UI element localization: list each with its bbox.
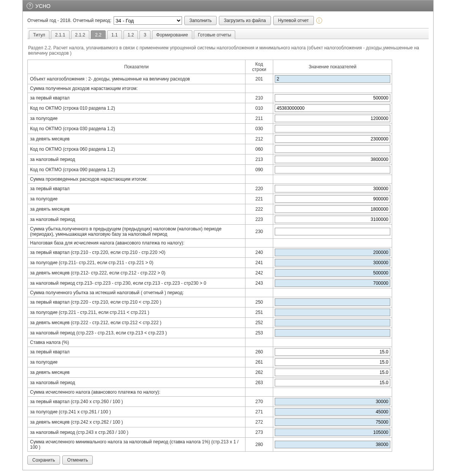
cancel-button[interactable]: Отменить — [62, 456, 93, 465]
fill-button[interactable]: Заполнить — [184, 16, 217, 25]
row-value-cell — [273, 347, 392, 357]
value-input-223[interactable] — [275, 216, 390, 223]
value-input-261[interactable] — [275, 358, 390, 366]
tab-2-1-2[interactable]: 2.1.2 — [71, 30, 90, 39]
value-input-241 — [275, 259, 390, 266]
value-input-060[interactable] — [275, 145, 390, 153]
row-code: 242 — [245, 268, 273, 278]
value-input-010[interactable] — [275, 104, 390, 112]
value-input-220[interactable] — [275, 185, 390, 192]
row-code: 271 — [245, 407, 273, 417]
table-row: за девять месяцев212 — [28, 134, 392, 144]
row-label: за девять месяцев (стр.242 x стр.262 / 1… — [28, 417, 245, 427]
table-row: за налоговый период стр.213- стр.223 - с… — [28, 278, 392, 288]
tab-2-2[interactable]: 2.2 — [91, 30, 106, 39]
table-row: за девять месяцев (стр.242 x стр.262 / 1… — [28, 417, 392, 427]
help-icon[interactable]: ? — [27, 3, 33, 9]
row-value-cell — [273, 74, 392, 84]
row-code: 280 — [245, 438, 273, 452]
value-input-240 — [275, 249, 390, 256]
table-row: за девять месяцев262 — [28, 367, 392, 378]
row-label: за налоговый период (стр.223 - стр.213, … — [28, 328, 245, 338]
row-label: за первый квартал — [28, 347, 245, 357]
table-row: за девять месяцев (стр.212- стр.222, есл… — [28, 268, 392, 278]
row-code: 270 — [245, 397, 273, 407]
app-title: УСНО — [35, 3, 51, 9]
row-value-cell — [273, 239, 392, 247]
table-row: Код по ОКТМО (строка 010 раздела 1.2)010 — [28, 103, 392, 113]
row-value-cell — [273, 367, 392, 378]
row-code: 211 — [245, 113, 273, 124]
row-value-cell — [273, 268, 392, 278]
value-input-260[interactable] — [275, 348, 390, 356]
row-value-cell — [273, 438, 392, 452]
row-code: 222 — [245, 204, 273, 214]
row-label: Сумма исчисленного налога (авансового пл… — [28, 388, 245, 397]
row-label: за полугодие (стр.241 x стр.261 / 100 ) — [28, 407, 245, 417]
tab-3[interactable]: 3 — [139, 30, 150, 39]
row-label: Код по ОКТМО (строка 090 раздела 1.2) — [28, 165, 245, 175]
row-code: 210 — [245, 93, 273, 103]
value-input-090[interactable] — [275, 166, 390, 173]
value-input-221[interactable] — [275, 195, 390, 203]
value-input-243 — [275, 279, 390, 287]
row-code: 240 — [245, 247, 273, 258]
row-value-cell — [273, 103, 392, 113]
row-label: Код по ОКТМО (строка 030 раздела 1.2) — [28, 124, 245, 134]
row-value-cell — [273, 93, 392, 103]
value-input-251 — [275, 309, 390, 316]
row-code: 223 — [245, 214, 273, 225]
tab-1-1[interactable]: 1.1 — [107, 30, 122, 39]
table-row: Код по ОКТМО (строка 090 раздела 1.2)090 — [28, 165, 392, 175]
row-code: 252 — [245, 318, 273, 328]
tab-strip: Титул2.1.12.1.22.21.11.23ФормированиеГот… — [27, 28, 429, 39]
value-input-211[interactable] — [275, 115, 390, 122]
row-label: за первый квартал — [28, 184, 245, 194]
value-input-212[interactable] — [275, 135, 390, 143]
load-file-button[interactable]: Загрузить из файла — [219, 16, 271, 25]
row-label: за полугодие — [28, 194, 245, 204]
table-row: Объект налогообложения : 2- доходы, умен… — [28, 74, 392, 84]
tab--[interactable]: Готовые отчеты — [194, 30, 236, 39]
value-input-030[interactable] — [275, 125, 390, 132]
row-value-cell — [273, 194, 392, 204]
table-row: Налоговая база для исчисления налога (ав… — [28, 239, 392, 247]
row-code: 260 — [245, 347, 273, 357]
table-row: Сумма убытка,полученного в предыдущем (п… — [28, 225, 392, 239]
value-input-222[interactable] — [275, 205, 390, 213]
row-code: 030 — [245, 124, 273, 134]
period-select[interactable]: 34 - Год — [114, 16, 182, 25]
data-table: Показатели Код строки Значение показател… — [27, 60, 392, 452]
value-input-230[interactable] — [275, 228, 390, 235]
table-row: за первый квартал210 — [28, 93, 392, 103]
save-button[interactable]: Сохранить — [27, 456, 60, 465]
row-code: 262 — [245, 367, 273, 378]
row-value-cell — [273, 124, 392, 134]
value-input-213[interactable] — [275, 156, 390, 163]
table-row: за налоговый период223 — [28, 214, 392, 225]
row-code: 272 — [245, 417, 273, 427]
value-input-262[interactable] — [275, 369, 390, 376]
row-code: 243 — [245, 278, 273, 288]
info-icon[interactable]: i — [316, 17, 322, 24]
tab-2-1-1[interactable]: 2.1.1 — [51, 30, 70, 39]
row-code: 273 — [245, 427, 273, 438]
table-row: за первый квартал260 — [28, 347, 392, 357]
row-value-cell — [273, 388, 392, 397]
tab--[interactable]: Формирование — [152, 30, 192, 39]
value-input-242 — [275, 269, 390, 277]
zero-report-button[interactable]: Нулевой отчет — [273, 16, 314, 25]
table-row: за девять месяцев (стр.222 - стр.212, ес… — [28, 318, 392, 328]
row-label: за налоговый период — [28, 214, 245, 225]
value-input-272 — [275, 418, 390, 426]
value-input-252 — [275, 319, 390, 326]
row-value-cell — [273, 144, 392, 154]
row-value-cell — [273, 258, 392, 268]
row-value-cell — [273, 204, 392, 214]
tab-1-2[interactable]: 1.2 — [124, 30, 138, 39]
value-input-210[interactable] — [275, 94, 390, 102]
tab--[interactable]: Титул — [29, 30, 49, 39]
value-input-250 — [275, 298, 390, 306]
row-value-cell — [273, 288, 392, 297]
value-input-263[interactable] — [275, 379, 390, 386]
